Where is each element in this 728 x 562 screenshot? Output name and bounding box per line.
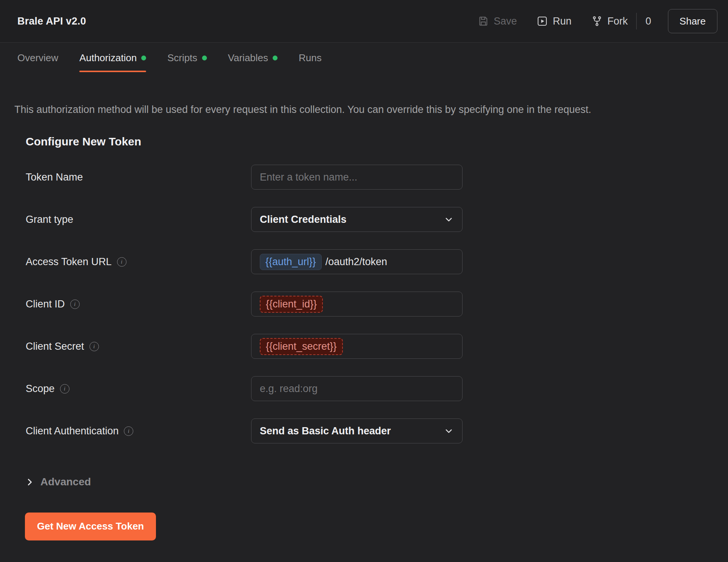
access-token-url-label-text: Access Token URL [26, 256, 112, 268]
client-secret-row: Client Secret i {{client_secret}} [26, 334, 728, 359]
authorization-panel: This authorization method will be used f… [0, 104, 728, 540]
client-secret-input[interactable]: {{client_secret}} [251, 334, 463, 359]
save-label: Save [494, 15, 517, 27]
collection-title: Brale API v2.0 [17, 15, 86, 27]
collection-tabs: Overview Authorization Scripts Variables… [0, 43, 728, 73]
tab-variables-label: Variables [228, 52, 268, 64]
collection-header: Brale API v2.0 Save Run [0, 0, 728, 43]
grant-type-value: Client Credentials [260, 214, 347, 225]
advanced-toggle[interactable]: Advanced [25, 476, 91, 488]
client-id-variable-pill[interactable]: {{client_id}} [260, 296, 323, 313]
tab-scripts[interactable]: Scripts [167, 43, 207, 73]
auth-url-variable-pill[interactable]: {{auth_url}} [260, 254, 322, 270]
tab-overview[interactable]: Overview [17, 43, 58, 73]
run-label: Run [553, 15, 572, 27]
client-authentication-value: Send as Basic Auth header [260, 425, 391, 437]
fork-icon [591, 15, 603, 27]
save-button[interactable]: Save [478, 15, 517, 27]
grant-type-row: Grant type Client Credentials [26, 207, 728, 232]
chevron-right-icon [25, 477, 34, 487]
tab-variables[interactable]: Variables [228, 43, 278, 73]
fork-button[interactable]: Fork [591, 15, 628, 27]
access-token-url-row: Access Token URL i {{auth_url}} /oauth2/… [26, 249, 728, 274]
client-id-label: Client ID i [26, 298, 251, 310]
save-icon [478, 15, 489, 27]
share-button[interactable]: Share [668, 9, 717, 33]
tab-overview-label: Overview [17, 52, 58, 64]
grant-type-select[interactable]: Client Credentials [251, 207, 463, 232]
chevron-down-icon [444, 215, 454, 225]
access-token-url-path: /oauth2/token [325, 256, 387, 268]
token-name-input[interactable] [251, 165, 463, 190]
info-icon[interactable]: i [60, 384, 69, 394]
status-dot [141, 56, 146, 60]
grant-type-label: Grant type [26, 214, 251, 225]
run-icon [537, 15, 548, 27]
chevron-down-icon [444, 426, 454, 436]
client-authentication-label-text: Client Authentication [26, 425, 119, 437]
client-id-row: Client ID i {{client_id}} [26, 292, 728, 317]
scope-row: Scope i [26, 376, 728, 401]
scope-label-text: Scope [26, 383, 55, 395]
tab-authorization-label: Authorization [79, 52, 137, 64]
section-title: Configure New Token [26, 135, 728, 148]
client-secret-label: Client Secret i [26, 341, 251, 352]
tab-authorization[interactable]: Authorization [79, 43, 146, 73]
client-id-label-text: Client ID [26, 298, 65, 310]
info-icon[interactable]: i [124, 426, 133, 436]
fork-label: Fork [608, 15, 628, 27]
advanced-label: Advanced [40, 476, 91, 488]
status-dot [202, 56, 207, 60]
get-new-access-token-button[interactable]: Get New Access Token [25, 513, 156, 540]
info-icon[interactable]: i [70, 300, 80, 309]
info-icon[interactable]: i [89, 342, 99, 351]
run-button[interactable]: Run [537, 15, 572, 27]
token-name-row: Token Name [26, 165, 728, 190]
scope-label: Scope i [26, 383, 251, 395]
header-actions: Save Run Fork 0 [478, 9, 718, 33]
tab-runs[interactable]: Runs [299, 43, 322, 73]
status-dot [273, 56, 278, 60]
client-id-input[interactable]: {{client_id}} [251, 292, 463, 317]
client-secret-variable-pill[interactable]: {{client_secret}} [260, 338, 343, 355]
tab-scripts-label: Scripts [167, 52, 197, 64]
auth-description: This authorization method will be used f… [14, 104, 714, 116]
tab-runs-label: Runs [299, 52, 322, 64]
access-token-url-label: Access Token URL i [26, 256, 251, 268]
client-secret-label-text: Client Secret [26, 341, 84, 352]
info-icon[interactable]: i [117, 257, 126, 267]
client-authentication-row: Client Authentication i Send as Basic Au… [26, 418, 728, 443]
client-authentication-label: Client Authentication i [26, 425, 251, 437]
token-config-form: Token Name Grant type Client Credentials… [26, 165, 728, 443]
fork-count[interactable]: 0 [636, 13, 651, 29]
access-token-url-input[interactable]: {{auth_url}} /oauth2/token [251, 249, 463, 274]
token-name-label: Token Name [26, 171, 251, 183]
scope-input[interactable] [251, 376, 463, 401]
client-authentication-select[interactable]: Send as Basic Auth header [251, 418, 463, 443]
